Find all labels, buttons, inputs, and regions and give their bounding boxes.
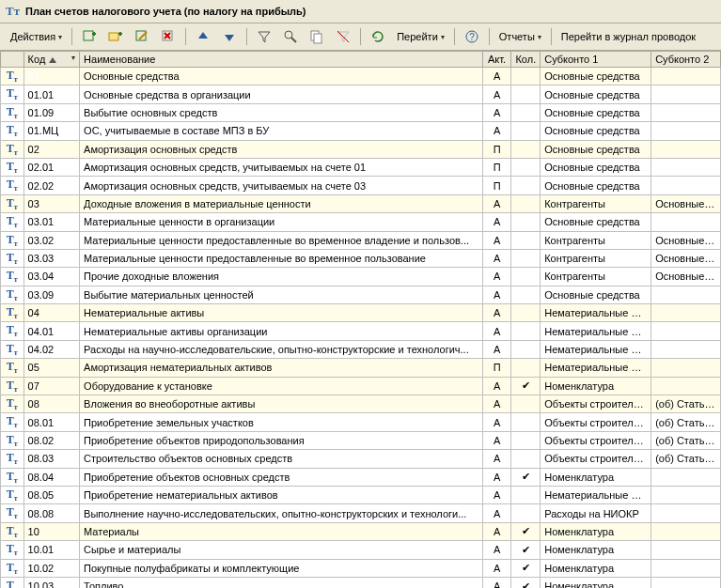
delete-button[interactable]: [156, 26, 180, 47]
journal-button[interactable]: Перейти в журнал проводок: [556, 28, 700, 45]
cell: [651, 559, 721, 577]
cell: Тт: [1, 268, 24, 286]
cell: А: [482, 559, 511, 577]
table-row[interactable]: Тт08.03Строительство объектов основных с…: [1, 450, 721, 468]
account-icon: Тт: [7, 487, 18, 501]
cell: Основные средства: [541, 177, 651, 194]
cell: [511, 122, 541, 140]
table-row[interactable]: Тт10.02Покупные полуфабрикаты и комплект…: [1, 559, 721, 577]
cell: Тт: [1, 340, 24, 358]
table-row[interactable]: Тт08.08Выполнение научно-исследовательск…: [1, 504, 721, 522]
cell: П: [482, 158, 511, 176]
table-row[interactable]: Тт08.01Приобретение земельных участковАО…: [1, 413, 721, 431]
actions-menu[interactable]: Действия ▾: [6, 28, 67, 45]
col-header-sub1[interactable]: Субконто 1: [541, 52, 651, 68]
separator: [551, 28, 552, 45]
table-row[interactable]: Тт03.02Материальные ценности предоставле…: [1, 231, 721, 249]
cell: 03.04: [24, 268, 79, 286]
add-button[interactable]: [77, 26, 102, 47]
add-group-button[interactable]: [103, 26, 128, 47]
separator: [71, 28, 72, 45]
account-icon: Тт: [7, 524, 18, 537]
table-row[interactable]: Тт02.02Амортизация основных средств, учи…: [1, 177, 721, 194]
cell: 03: [24, 194, 79, 212]
cell: Основные средства: [541, 103, 651, 121]
table-row[interactable]: Тт04.01Нематериальные активы организации…: [1, 322, 721, 340]
cell: [651, 103, 721, 121]
grid-container[interactable]: Код▾ Наименование Акт. Кол. Субконто 1 С…: [0, 51, 721, 588]
cell: Топливо: [80, 577, 483, 588]
table-row[interactable]: Тт03.01Материальные ценности в организац…: [1, 213, 721, 231]
cell: Тт: [1, 377, 24, 395]
table-row[interactable]: Тт04.02Расходы на научно-исследовательск…: [1, 340, 721, 358]
table-row[interactable]: Тт08.02Приобретение объектов природополь…: [1, 431, 721, 449]
cell: [511, 177, 541, 194]
cell: Основные средства: [541, 158, 651, 176]
table-row[interactable]: Тт10.01Сырье и материалыА✔Номенклатура: [1, 541, 721, 559]
table-row[interactable]: Тт05Амортизация нематериальных активовПН…: [1, 359, 721, 377]
table-row[interactable]: Тт07Оборудование к установкеА✔Номенклату…: [1, 377, 721, 395]
col-header-icon[interactable]: [1, 52, 24, 68]
edit-button[interactable]: [130, 26, 154, 47]
table-row[interactable]: Тт03.09Выбытие материальных ценностейАОс…: [1, 286, 721, 303]
cell: Выбытие материальных ценностей: [80, 286, 483, 303]
cell: [651, 322, 721, 340]
cell: Тт: [1, 504, 24, 522]
table-row[interactable]: Тт01.МЦОС, учитываемые в составе МПЗ в Б…: [1, 122, 721, 140]
account-icon: Тт: [7, 233, 18, 246]
filter-button[interactable]: [252, 26, 276, 47]
cell: Покупные полуфабрикаты и комплектующие: [80, 559, 483, 577]
table-row[interactable]: Тт01.01Основные средства в организацииАО…: [1, 85, 721, 103]
separator: [185, 28, 186, 45]
cell: [651, 486, 721, 503]
move-up-button[interactable]: [191, 26, 215, 47]
account-icon: Тт: [7, 561, 18, 574]
refresh-button[interactable]: [366, 26, 390, 47]
table-row[interactable]: Тт08Вложения во внеоборотные активыАОбъе…: [1, 395, 721, 413]
reports-menu[interactable]: Отчеты ▾: [494, 28, 546, 45]
table-row[interactable]: Тт04Нематериальные активыАНематериальные…: [1, 304, 721, 322]
cell: Основные средства: [80, 68, 483, 85]
table-row[interactable]: Тт08.04Приобретение объектов основных ср…: [1, 468, 721, 486]
chevron-down-icon: ▾: [58, 33, 62, 41]
table-row[interactable]: Тт01.09Выбытие основных средствАОсновные…: [1, 103, 721, 121]
cell: ОС, учитываемые в составе МПЗ в БУ: [80, 122, 483, 140]
cell: А: [482, 431, 511, 449]
table-row[interactable]: Тт03Доходные вложения в материальные цен…: [1, 194, 721, 212]
cell: (об) Статьи за: [651, 413, 721, 431]
goto-menu[interactable]: Перейти ▾: [392, 28, 449, 45]
cell: Вложения во внеоборотные активы: [80, 395, 483, 413]
cell: Основные средства: [541, 286, 651, 303]
col-header-akt[interactable]: Акт.: [482, 52, 511, 68]
cell: А: [482, 377, 511, 395]
svg-text:?: ?: [469, 32, 475, 42]
table-row[interactable]: Тт08.05Приобретение нематериальных актив…: [1, 486, 721, 503]
account-icon: Тт: [7, 86, 18, 100]
table-row[interactable]: Тт03.04Прочие доходные вложенияАКонтраге…: [1, 268, 721, 286]
col-header-kol[interactable]: Кол.: [511, 52, 541, 68]
col-header-name[interactable]: Наименование: [80, 52, 483, 68]
table-row[interactable]: Тт02Амортизация основных средствПОсновны…: [1, 140, 721, 158]
table-row[interactable]: Тт01Основные средстваАОсновные средства: [1, 68, 721, 85]
copy-button[interactable]: [305, 26, 329, 47]
table-row[interactable]: Тт03.03Материальные ценности предоставле…: [1, 249, 721, 267]
account-icon: Тт: [7, 305, 18, 318]
col-header-code[interactable]: Код▾: [24, 52, 79, 68]
help-button[interactable]: ?: [460, 26, 484, 47]
find-button[interactable]: [278, 26, 303, 47]
cell: Контрагенты: [541, 268, 651, 286]
move-down-button[interactable]: [217, 26, 242, 47]
cell: Тт: [1, 468, 24, 486]
table-row[interactable]: Тт10.03ТопливоА✔Номенклатура: [1, 577, 721, 588]
actions-label: Действия: [10, 31, 55, 42]
table-row[interactable]: Тт02.01Амортизация основных средств, учи…: [1, 158, 721, 176]
cell: Тт: [1, 559, 24, 577]
table-row[interactable]: Тт10МатериалыА✔Номенклатура: [1, 522, 721, 540]
sort-asc-icon: [49, 57, 56, 63]
col-header-sub2[interactable]: Субконто 2: [651, 52, 721, 68]
cell: [511, 431, 541, 449]
cell: А: [482, 468, 511, 486]
clear-filter-button[interactable]: [331, 26, 355, 47]
account-icon: Тт: [7, 360, 18, 373]
cell: А: [482, 340, 511, 358]
